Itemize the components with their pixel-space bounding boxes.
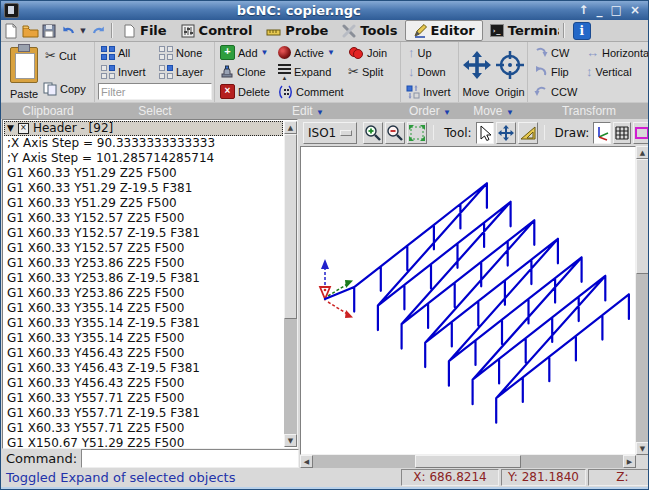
gcode-line[interactable]: G1 X60.33 Y355.14 Z25 F500 [4,331,283,346]
add-button[interactable]: + Add▼ [218,43,271,62]
order-down-button[interactable]: ↓ Down [406,62,448,81]
origin-button[interactable] [495,45,525,85]
move-group-label[interactable]: Move ▼ [459,104,528,118]
shade-button[interactable]: ↑ [579,4,589,17]
edit-group-label[interactable]: Edit ▼ [215,104,401,118]
gcode-line[interactable]: G1 X60.33 Y51.29 Z25 F500 [4,166,283,181]
tab-tools[interactable]: Tools [335,21,404,40]
zoom-fit-button[interactable] [407,122,427,144]
gcode-line[interactable]: G1 X60.33 Y557.71 Z25 F500 [4,391,283,406]
gcode-line[interactable]: G1 X60.33 Y355.14 Z-19.5 F381 [4,316,283,331]
canvas-vscrollbar-thumb[interactable] [636,159,649,274]
copy-button[interactable]: Copy [41,79,88,98]
canvas-hscrollbar[interactable]: ◀ ▶ [300,455,636,468]
expand-button[interactable]: ▲ Expand [276,62,333,81]
command-input[interactable] [81,449,299,468]
redo-button[interactable] [89,22,107,39]
select-none-button[interactable]: None [157,43,204,62]
clone-button[interactable]: Clone [218,62,268,81]
zoom-in-button[interactable] [363,122,383,144]
gcode-line[interactable]: G1 X60.33 Y253.86 Z-19.5 F381 [4,271,283,286]
undo-button[interactable] [59,22,77,39]
undo-dropdown[interactable]: ▼ [78,22,88,39]
order-up-button[interactable]: ↑ Up [406,43,434,62]
gcode-line[interactable]: G1 X150.67 Y51.29 Z25 F500 [4,436,283,448]
menu-tab-bar: ▼ File Control Probe Tools Editor ›_ Ter [1,20,648,42]
gcode-line[interactable]: G1 X60.33 Y253.86 Z25 F500 [4,256,283,271]
select-layer-button[interactable]: Layer [157,62,206,81]
gcode-line[interactable]: G1 X60.33 Y51.29 Z25 F500 [4,196,283,211]
scroll-right-arrow[interactable]: ▶ [623,455,636,468]
cw-button[interactable]: CW [532,43,571,62]
move-button[interactable] [462,45,492,85]
gcode-block-header[interactable]: ▼ × Header - [92] [4,121,283,136]
gcode-line[interactable]: G1 X60.33 Y152.57 Z-19.5 F381 [4,226,283,241]
draw-axes-button[interactable] [593,122,611,144]
select-all-button[interactable]: All [99,43,132,62]
view-select[interactable]: ISO1 [303,122,357,144]
comment-button[interactable]: Comment [276,82,346,101]
gcode-line[interactable]: G1 X60.33 Y152.57 Z25 F500 [4,241,283,256]
flip-button[interactable]: Flip [532,62,571,81]
minimize-button[interactable]: _ [597,4,603,17]
open-file-button[interactable] [21,22,39,39]
canvas-vscrollbar[interactable]: ▲ ▼ [636,146,649,455]
gcode-line[interactable]: ;X Axis Step = 90.3333333333333 [4,136,283,151]
tab-editor[interactable]: Editor [405,20,483,41]
delete-button[interactable]: × Delete [218,82,272,101]
gcode-line[interactable]: G1 X60.33 Y557.71 Z25 F500 [4,421,283,436]
mirror-horizontal-button[interactable]: ↔ Horizontal [584,43,649,62]
gcode-canvas[interactable] [300,146,636,455]
ccw-button[interactable]: CCW [532,82,579,101]
collapse-triangle-icon[interactable]: ▼ [7,121,14,136]
block-enable-checkbox[interactable]: × [18,123,29,134]
paste-button[interactable]: Paste [7,44,41,100]
split-button[interactable]: ✂ Split [346,62,385,81]
list-scrollbar-thumb[interactable] [284,134,297,319]
pan-tool-button[interactable] [496,122,516,144]
gcode-line[interactable]: G1 X60.33 Y456.43 Z-19.5 F381 [4,361,283,376]
gcode-line[interactable]: G1 X60.33 Y253.86 Z25 F500 [4,286,283,301]
draw-margin-button[interactable] [633,122,649,144]
group-transform: CW Flip CCW ↔ Horizontal ↕ Vertical [528,42,649,102]
scroll-up-arrow[interactable]: ▲ [636,146,649,159]
select-tool-button[interactable] [476,122,494,144]
scroll-down-arrow[interactable]: ▼ [636,442,649,455]
gcode-line[interactable]: G1 X60.33 Y355.14 Z25 F500 [4,301,283,316]
gcode-line[interactable]: G1 X60.33 Y152.57 Z25 F500 [4,211,283,226]
tab-terminal[interactable]: ›_ Terminal [483,21,559,40]
save-icon [42,24,56,38]
new-file-button[interactable] [2,22,20,39]
scroll-down-arrow[interactable]: ▼ [284,434,297,447]
toolpath-view [301,147,635,454]
tab-probe[interactable]: Probe [259,21,335,40]
info-button[interactable]: i [573,22,591,40]
join-button[interactable]: Join [346,43,389,62]
select-invert-button[interactable]: Invert [99,62,148,81]
gcode-line[interactable]: G1 X60.33 Y456.43 Z25 F500 [4,346,283,361]
order-group-label[interactable]: Order ▼ [401,104,459,118]
save-button[interactable] [40,22,58,39]
cut-button[interactable]: ✂ Cut [43,46,78,65]
gcode-line[interactable]: G1 X60.33 Y456.43 Z25 F500 [4,376,283,391]
scroll-up-arrow[interactable]: ▲ [284,121,297,134]
list-scrollbar[interactable]: ▲ ▼ [284,121,297,447]
active-button[interactable]: Active▼ [276,43,337,62]
maximize-button[interactable]: □ [611,4,622,17]
gauge-tool-button[interactable] [518,122,538,144]
gcode-line[interactable]: G1 X60.33 Y51.29 Z-19.5 F381 [4,181,283,196]
gcode-line[interactable]: ;Y Axis Step = 101.285714285714 [4,151,283,166]
filter-input[interactable] [98,83,212,100]
zoom-out-button[interactable] [385,122,405,144]
draw-grid-button[interactable] [613,122,631,144]
canvas-hscrollbar-thumb[interactable] [415,455,521,468]
bcnc-window: bCNC: copier.ngc ↑ _ □ × ▼ File [0,0,649,490]
order-invert-button[interactable]: Invert [404,82,453,101]
gcode-line[interactable]: G1 X60.33 Y557.71 Z-19.5 F381 [4,406,283,421]
mirror-vertical-button[interactable]: ↕ Vertical [584,62,634,81]
app-icon [4,3,19,18]
close-button[interactable]: × [630,4,640,17]
scroll-left-arrow[interactable]: ◀ [300,455,313,468]
tab-file[interactable]: File [117,21,174,40]
tab-control[interactable]: Control [174,21,260,40]
